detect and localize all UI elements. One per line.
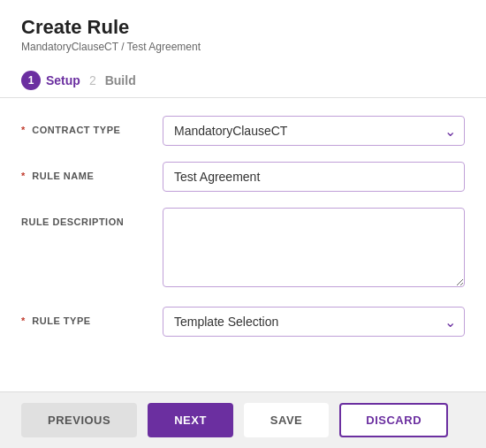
rule-name-group: * RULE NAME [21,162,465,192]
rule-type-group: * RULE TYPE Template Selection ⌄ [21,307,465,337]
rule-description-control [163,208,465,291]
rule-type-select-wrapper: Template Selection ⌄ [163,307,465,337]
page-header: Create Rule MandatoryClauseCT / Test Agr… [0,0,486,98]
breadcrumb: MandatoryClauseCT / Test Agreement [21,41,465,53]
save-button[interactable]: SAVE [244,403,329,437]
rule-description-group: RULE DESCRIPTION [21,208,465,291]
rule-type-select[interactable]: Template Selection [163,307,465,337]
required-star-3: * [21,315,26,326]
contract-type-group: * CONTRACT TYPE MandatoryClauseCT ⌄ [21,116,465,146]
step-1-label: Setup [46,73,80,87]
steps-nav: 1 Setup 2 Build [21,64,465,97]
contract-type-control: MandatoryClauseCT ⌄ [163,116,465,146]
required-star-2: * [21,171,26,181]
contract-type-select[interactable]: MandatoryClauseCT [163,116,465,146]
rule-type-label: * RULE TYPE [21,307,163,326]
footer: PREVIOUS NEXT SAVE DISCARD [0,391,486,448]
page-title: Create Rule [21,16,465,39]
rule-description-label: RULE DESCRIPTION [21,208,163,227]
step-2[interactable]: Build [105,66,136,95]
next-button[interactable]: NEXT [148,403,233,437]
step-divider: 2 [89,73,96,87]
previous-button[interactable]: PREVIOUS [21,403,137,437]
rule-name-control [163,162,465,192]
required-star: * [21,125,26,135]
rule-name-input[interactable] [163,162,465,192]
discard-button[interactable]: DISCARD [339,403,448,437]
rule-type-control: Template Selection ⌄ [163,307,465,337]
step-2-label: Build [105,73,136,87]
contract-type-select-wrapper: MandatoryClauseCT ⌄ [163,116,465,146]
contract-type-label: * CONTRACT TYPE [21,116,163,135]
rule-name-label: * RULE NAME [21,162,163,181]
form-content: * CONTRACT TYPE MandatoryClauseCT ⌄ * RU… [0,98,486,391]
step-1-circle: 1 [21,71,41,90]
rule-description-textarea[interactable] [163,208,465,287]
step-1[interactable]: 1 Setup [21,64,80,97]
